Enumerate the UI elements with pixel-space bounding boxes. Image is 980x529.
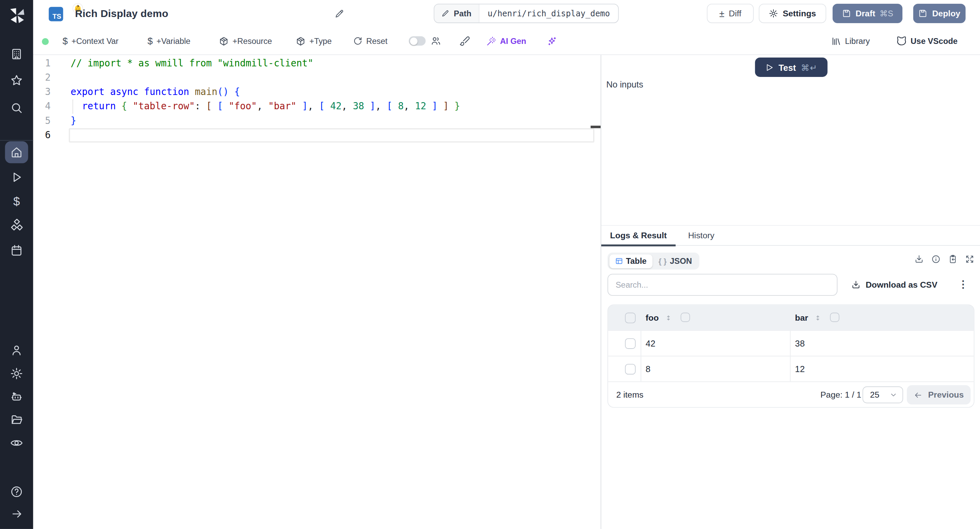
- add-type-button[interactable]: +Type: [296, 27, 332, 54]
- add-resource-button[interactable]: +Resource: [219, 27, 272, 54]
- view-table-label: Table: [626, 257, 646, 266]
- sort-bar-icon[interactable]: [814, 313, 821, 323]
- tab-logs-result[interactable]: Logs & Result: [601, 226, 676, 245]
- select-all-checkbox[interactable]: [625, 312, 636, 323]
- sidebar-item-home[interactable]: [0, 143, 33, 160]
- save-icon: [842, 9, 851, 18]
- package-icon: [219, 36, 229, 46]
- reset-label: Reset: [366, 37, 387, 46]
- editor-toolbar: $ +Context Var $ +Variable +Resource +Ty…: [33, 27, 980, 55]
- magic-wand-icon: [486, 36, 496, 46]
- windmill-logo-icon[interactable]: [6, 5, 27, 26]
- draft-shortcut: ⌘S: [880, 9, 893, 18]
- sidebar-item-help[interactable]: [0, 483, 33, 500]
- deploy-button[interactable]: Deploy: [913, 4, 966, 23]
- result-table: foo bar 42 38 8 12 2: [608, 304, 974, 408]
- view-json-label: JSON: [670, 257, 692, 266]
- row-checkbox[interactable]: [625, 363, 636, 374]
- sidebar-item-settings[interactable]: [0, 365, 33, 382]
- dollar-icon: $: [63, 37, 68, 46]
- sidebar-item-runs[interactable]: [0, 169, 33, 185]
- add-type-label: +Type: [309, 37, 332, 46]
- table-menu-kebab-icon[interactable]: ⋮: [956, 275, 970, 293]
- sidebar-divider: [0, 140, 33, 140]
- sidebar: $: [0, 0, 33, 529]
- sidebar-item-schedules[interactable]: [0, 242, 33, 258]
- column-toggle-foo[interactable]: [681, 312, 690, 322]
- package-icon: [296, 36, 305, 46]
- dollar-icon: $: [147, 37, 153, 46]
- path-value: u/henri/rich_display_demo: [479, 5, 618, 22]
- ai-gen-button[interactable]: AI Gen: [486, 27, 526, 54]
- clipboard-copy-icon[interactable]: [948, 255, 958, 264]
- edit-title-pencil-icon[interactable]: [334, 9, 344, 19]
- expand-icon[interactable]: [965, 255, 975, 264]
- sidebar-item-folders[interactable]: [0, 411, 33, 428]
- format-brush-button[interactable]: [460, 27, 470, 54]
- header: TS 👶 Rich Display demo Path u/henri/rich…: [33, 0, 980, 27]
- column-divider: [641, 331, 641, 356]
- save-icon: [918, 9, 928, 18]
- sidebar-item-audit-logs[interactable]: [0, 435, 33, 451]
- row-checkbox[interactable]: [625, 338, 636, 349]
- cell-foo: 42: [646, 338, 655, 348]
- path-label-section: Path: [434, 5, 480, 22]
- sidebar-item-workers[interactable]: [0, 389, 33, 405]
- ai-sparkles-button[interactable]: [547, 27, 557, 54]
- user-icon: [10, 344, 23, 357]
- add-variable-button[interactable]: $ +Variable: [147, 27, 190, 54]
- path-label: Path: [453, 9, 471, 18]
- sidebar-item-expand[interactable]: [0, 506, 33, 522]
- tab-history-label: History: [688, 231, 714, 240]
- search-input[interactable]: [608, 274, 837, 295]
- dollar-icon: $: [13, 195, 20, 207]
- sidebar-item-resources[interactable]: [0, 218, 33, 234]
- library-button[interactable]: Library: [831, 27, 870, 54]
- download-csv-label: Download as CSV: [865, 280, 937, 290]
- gear-icon: [10, 366, 23, 380]
- view-json-button[interactable]: { } JSON: [653, 254, 698, 268]
- use-vscode-button[interactable]: Use VScode: [896, 27, 958, 54]
- page-size-select[interactable]: 25: [862, 386, 903, 403]
- tab-history[interactable]: History: [676, 226, 727, 245]
- previous-page-button[interactable]: Previous: [907, 385, 970, 405]
- test-button[interactable]: Test ⌘↵: [755, 57, 827, 77]
- settings-button-label: Settings: [783, 9, 816, 18]
- items-count: 2 items: [616, 390, 643, 399]
- sidebar-item-variables[interactable]: $: [0, 193, 33, 210]
- info-icon[interactable]: [931, 255, 941, 264]
- add-context-var-button[interactable]: $ +Context Var: [63, 27, 119, 54]
- code-editor[interactable]: 123456 // import * as wmill from "windmi…: [33, 55, 601, 529]
- play-icon: [10, 170, 23, 184]
- calendar-icon: [10, 244, 23, 257]
- code-lines: // import * as wmill from "windmill-clie…: [71, 56, 589, 142]
- sort-foo-icon[interactable]: [665, 313, 672, 323]
- toggle-knob: [410, 37, 417, 45]
- diff-button-label: Diff: [729, 9, 741, 18]
- column-toggle-bar[interactable]: [830, 312, 840, 322]
- settings-button[interactable]: Settings: [759, 4, 826, 23]
- diff-button[interactable]: ± Diff: [707, 4, 754, 23]
- users-icon-button[interactable]: [431, 27, 441, 54]
- sidebar-item-user[interactable]: [0, 342, 33, 359]
- download-csv-button[interactable]: Download as CSV: [851, 276, 937, 294]
- view-table-button[interactable]: Table: [609, 254, 652, 268]
- sidebar-item-favorites[interactable]: [0, 72, 33, 88]
- reset-icon: [353, 37, 363, 46]
- draft-button[interactable]: Draft ⌘S: [833, 4, 903, 23]
- sidebar-item-workspace[interactable]: [0, 46, 33, 62]
- page-title: Rich Display demo: [75, 8, 168, 19]
- arrow-left-icon: [914, 390, 923, 399]
- chevron-down-icon: [890, 392, 897, 398]
- path-field[interactable]: Path u/henri/rich_display_demo: [434, 4, 619, 23]
- column-divider: [790, 331, 791, 356]
- column-header-bar: bar: [795, 313, 808, 322]
- kind-toggle[interactable]: [409, 37, 426, 46]
- reset-button[interactable]: Reset: [353, 27, 388, 54]
- robot-icon: [10, 390, 23, 403]
- folder-open-icon: [10, 413, 23, 426]
- column-header-foo: foo: [646, 313, 659, 322]
- gear-icon: [769, 9, 778, 18]
- download-icon[interactable]: [914, 255, 924, 264]
- sidebar-item-search[interactable]: [0, 99, 33, 116]
